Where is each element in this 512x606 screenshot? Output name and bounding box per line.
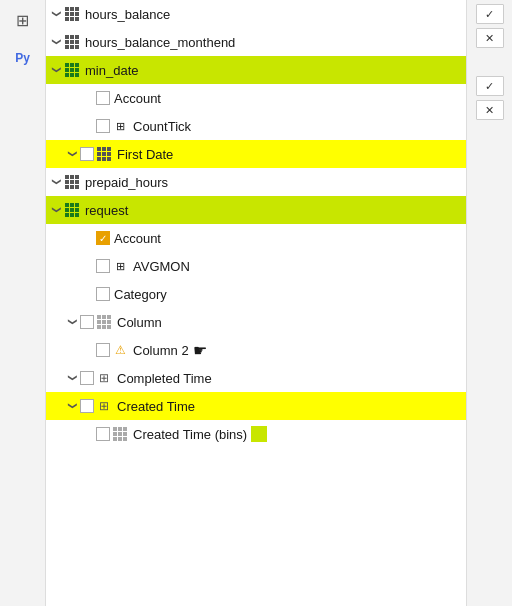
right-panel: ✓ ✕ ✓ ✕ [466,0,512,606]
check-button-2[interactable]: ✓ [476,76,504,96]
chevron-down-icon [66,399,80,413]
tree-item-label: Column 2 [133,343,189,358]
checkbox[interactable] [96,119,110,133]
chevron-down-icon [50,203,64,217]
tree-item-label: Column [117,315,162,330]
checkbox[interactable] [96,91,110,105]
tree-item-label: min_date [85,63,138,78]
table-icon [64,174,80,190]
tree-container[interactable]: hours_balance hours_balance_monthend min… [46,0,466,606]
tree-item-counttick[interactable]: ⊞ CountTick [46,112,466,140]
table-icon [64,62,80,78]
tree-item-label: request [85,203,128,218]
chevron-down-icon [50,63,64,77]
tree-item-label: CountTick [133,119,191,134]
checkbox[interactable] [80,147,94,161]
checkbox[interactable] [80,399,94,413]
chevron-down-icon [66,315,80,329]
tree-item-label: Account [114,91,161,106]
calendar-icon: ⊞ [96,370,112,386]
tree-item-account[interactable]: Account [46,84,466,112]
tree-item-min-date[interactable]: min_date [46,56,466,84]
grid-icon[interactable]: ⊞ [7,4,39,36]
checkbox[interactable] [96,343,110,357]
table-icon [64,34,80,50]
tree-item-label: First Date [117,147,173,162]
tree-item-request[interactable]: request [46,196,466,224]
calendar-icon: ⊞ [96,398,112,414]
tree-item-label: Created Time [117,399,195,414]
checkbox[interactable] [80,315,94,329]
tree-item-prepaid-hours[interactable]: prepaid_hours [46,168,466,196]
main-panel: hours_balance hours_balance_monthend min… [46,0,466,606]
chevron-down-icon [66,371,80,385]
chevron-down-icon [50,175,64,189]
checkbox-checked[interactable] [96,231,110,245]
tree-item-created-time[interactable]: ⊞ Created Time [46,392,466,420]
checkbox[interactable] [96,287,110,301]
tree-item-label: hours_balance [85,7,170,22]
tree-item[interactable]: hours_balance [46,0,466,28]
tree-item-column[interactable]: Column [46,308,466,336]
calc-icon: ⊞ [112,118,128,134]
tree-item-created-time-bins[interactable]: Created Time (bins) [46,420,466,448]
cursor-icon: ☛ [193,341,207,360]
tree-item-completed-time[interactable]: ⊞ Completed Time [46,364,466,392]
table-icon [96,146,112,162]
close-button-1[interactable]: ✕ [476,28,504,48]
tree-item-avgmon[interactable]: ⊞ AVGMON [46,252,466,280]
tree-item-label: Account [114,231,161,246]
tree-item-label: Completed Time [117,371,212,386]
table-icon-check [64,202,80,218]
tree-item[interactable]: hours_balance_monthend [46,28,466,56]
chevron-down-icon [50,35,64,49]
checkbox[interactable] [80,371,94,385]
chevron-down-icon [66,147,80,161]
tree-item-label: hours_balance_monthend [85,35,235,50]
checkbox[interactable] [96,427,110,441]
sidebar: ⊞ Py [0,0,46,606]
tree-item-account-request[interactable]: Account [46,224,466,252]
calc-icon: ⊞ [112,258,128,274]
tree-item-category[interactable]: Category [46,280,466,308]
close-button-2[interactable]: ✕ [476,100,504,120]
tree-item-label: AVGMON [133,259,190,274]
checkbox[interactable] [96,259,110,273]
tree-item-column2[interactable]: ⚠ Column 2 ☛ [46,336,466,364]
yellow-badge [251,426,267,442]
table-icon [64,6,80,22]
tree-item-label: Created Time (bins) [133,427,247,442]
warning-icon: ⚠ [112,342,128,358]
tree-item-label: prepaid_hours [85,175,168,190]
check-button-1[interactable]: ✓ [476,4,504,24]
dotted-table-icon [96,314,112,330]
dotted-table-icon [112,426,128,442]
py-icon[interactable]: Py [7,42,39,74]
tree-item-first-date[interactable]: First Date [46,140,466,168]
tree-item-label: Category [114,287,167,302]
chevron-down-icon [50,7,64,21]
